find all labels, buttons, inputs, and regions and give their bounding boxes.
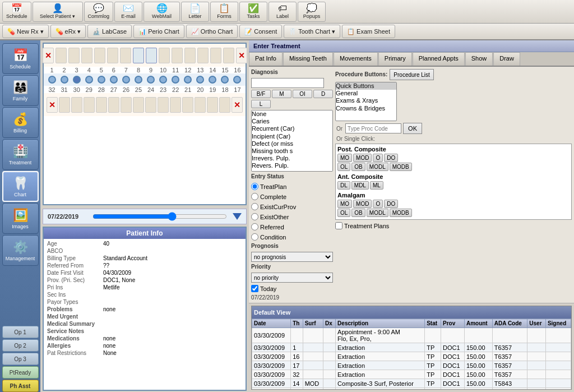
today-checkbox[interactable] [251,285,258,292]
cat-crowns[interactable]: Crowns & Bridges [336,105,396,112]
tab-primary[interactable]: Primary [378,52,412,66]
tooth-30[interactable] [71,95,82,114]
post-comp-ob[interactable]: OB [351,163,365,171]
tab-pat-info[interactable]: Pat Info [249,52,283,66]
tab-missing-teeth[interactable]: Missing Teeth [283,52,333,66]
tooth-26[interactable] [120,95,132,114]
diag-irrevers[interactable]: Irrevers. Pulp. [252,155,332,162]
post-comp-mod[interactable]: MOD [353,154,372,162]
bf-btn[interactable]: B/F [251,90,271,98]
diagnosis-select[interactable]: None Caries Recurrent (Car) Incipient (C… [251,110,333,172]
tooth-23[interactable] [158,95,169,114]
tab-planned-appts[interactable]: Planned Appts [413,52,465,66]
table-row[interactable]: 03/30/200916ExtractionTPDOC1150.00T6357 [252,352,571,361]
diag-missing[interactable]: Missing tooth s [252,147,332,155]
prognosis-select[interactable]: no prognosis [251,252,333,262]
tooth-31[interactable] [58,95,70,114]
table-row[interactable]: 03/30/200917ExtractionTPDOC1150.00T6357 [252,361,571,370]
email-btn[interactable]: ✉️ E-mail [114,2,142,22]
amalgam-o[interactable]: O [373,200,383,208]
amalgam-modl[interactable]: MODL [367,209,388,217]
tooth-1[interactable] [42,45,54,65]
perio-chart-btn[interactable]: 📊 Perio Chart [133,25,184,38]
consent-btn[interactable]: 📝 Consent [239,25,282,38]
commlog-btn[interactable]: 💬 Commlog [84,2,114,22]
table-row[interactable]: 03/30/200914MODComposite-3 Surf, Posteri… [252,379,571,388]
sidebar-item-chart[interactable]: 🦷 Chart [2,171,39,202]
status-condition-radio[interactable] [251,233,258,241]
post-comp-modl[interactable]: MODL [367,163,388,171]
priority-select[interactable]: no priority [251,273,333,283]
tooth-25[interactable] [132,95,144,114]
diag-none[interactable]: None [252,110,332,118]
tooth-3[interactable] [68,45,80,65]
tooth-chart-btn[interactable]: 🦷 Tooth Chart ▾ [284,25,340,38]
oi-btn[interactable]: OI [293,90,312,98]
tooth-28[interactable] [95,95,107,114]
ptready-btn[interactable]: PtReady [2,366,39,379]
post-comp-o[interactable]: O [373,154,383,162]
d-btn[interactable]: D [313,90,333,98]
tooth-6[interactable] [107,45,119,65]
amalgam-mod[interactable]: MOD [353,200,372,208]
labcase-btn[interactable]: 🔬 LabCase [87,25,132,38]
sidebar-item-treatment[interactable]: 🏥 Treatment [2,139,39,170]
sidebar-item-billing[interactable]: 💰 Billing [2,107,39,138]
sidebar-item-images[interactable]: 🖼️ Images [2,203,39,234]
diag-recurrent[interactable]: Recurrent (Car) [252,125,332,132]
tooth-10[interactable] [158,45,170,65]
sidebar-item-schedule[interactable]: 📅 Schedule [2,43,39,74]
amalgam-modb[interactable]: MODB [390,209,412,217]
tooth-2[interactable] [55,45,67,65]
tasks-btn[interactable]: ✅ Tasks [239,2,267,22]
tab-show[interactable]: Show [465,52,493,66]
phassist-btn[interactable]: Ph Asst [2,380,39,392]
tooth-7[interactable] [119,45,132,65]
tooth-17[interactable] [232,95,243,114]
post-comp-do[interactable]: DO [384,154,398,162]
status-existother-radio[interactable] [251,213,258,220]
status-existcurprov-radio[interactable] [251,203,258,210]
tooth-24[interactable] [145,95,157,114]
table-row[interactable]: 03/30/2009FluorideCHYG110.00T1254 [252,388,571,390]
tooth-19[interactable] [207,95,219,114]
letter-btn[interactable]: 📄 Letter [181,2,209,22]
amalgam-ol[interactable]: OL [337,209,350,217]
exam-sheet-btn[interactable]: 📋 Exam Sheet [342,25,395,38]
m-btn[interactable]: M [272,90,291,98]
ant-comp-dl[interactable]: DL [337,181,350,190]
status-referred-radio[interactable] [251,223,258,230]
diag-revers[interactable]: Revers. Pulp. [252,162,332,169]
tab-movements[interactable]: Movements [334,52,378,66]
popups-btn[interactable]: 💭 Popups [298,2,326,22]
procedure-category-list[interactable]: Quick Buttons General Exams & Xrays Crow… [335,82,397,121]
tooth-20[interactable] [195,95,206,114]
table-row[interactable]: 03/30/200932ExtractionTPDOC1150.00T6357 [252,370,571,379]
amalgam-ob[interactable]: OB [351,209,365,217]
new-rx-btn[interactable]: 💊 New Rx ▾ [2,25,49,38]
label-btn[interactable]: 🏷 Label [269,2,297,22]
table-row[interactable]: 03/30/20091ExtractionTPDOC1150.00T6357 [252,343,571,352]
sidebar-item-family[interactable]: 👨‍👩‍👧 Family [2,75,39,106]
amalgam-mo[interactable]: MO [337,200,352,208]
tooth-11[interactable] [171,45,183,65]
sidebar-item-management[interactable]: ⚙️ Management [2,235,39,266]
tooth-12[interactable] [184,45,196,65]
treatment-plans-checkbox[interactable] [335,222,342,229]
tooth-9[interactable] [145,45,158,65]
table-row[interactable]: 03/30/2009Appointment - 9:00 AMFlo, Ex, … [252,328,571,343]
tooth-22[interactable] [170,95,182,114]
l-btn[interactable]: L [251,100,271,108]
forms-btn[interactable]: 📋 Forms [210,2,238,22]
webmail-btn[interactable]: 🌐 WebMail [144,2,180,22]
cat-quick-buttons[interactable]: Quick Buttons [336,82,396,90]
ok-btn[interactable]: OK [403,123,422,134]
proc-code-input[interactable] [345,123,401,133]
tab-draw[interactable]: Draw [493,52,520,66]
post-comp-ol[interactable]: OL [337,163,350,171]
tooth-21[interactable] [182,95,194,114]
procedure-list-btn[interactable]: Procedure List [390,69,433,80]
post-comp-mo[interactable]: MO [337,154,352,162]
tooth-18[interactable] [219,95,231,114]
status-treatplan-radio[interactable] [251,183,258,190]
